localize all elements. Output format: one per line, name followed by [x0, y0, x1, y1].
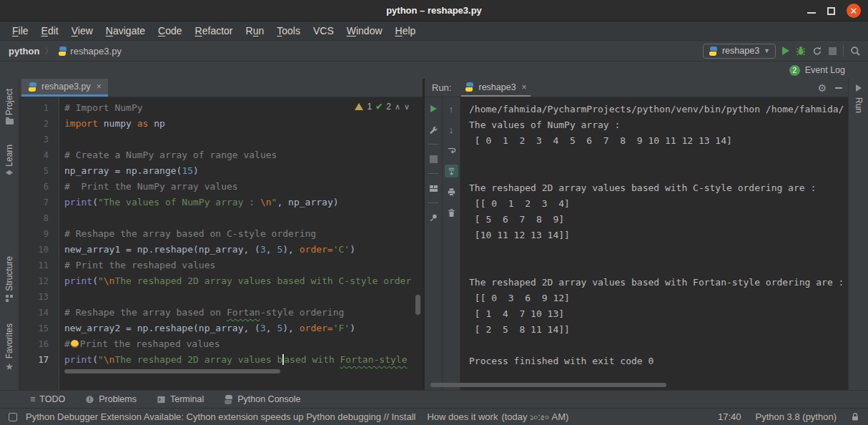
code-line[interactable]: # Print the NumPy array values — [64, 179, 423, 195]
hide-panel-icon[interactable] — [835, 87, 842, 89]
up-stacktrace-icon[interactable]: ↑ — [445, 102, 458, 115]
sidebar-item-favorites[interactable]: Favorites ★ — [0, 323, 19, 371]
code-line[interactable]: import numpy as np — [64, 116, 423, 132]
menu-item-vcs[interactable]: VCS — [307, 25, 340, 36]
status-message[interactable]: Python Debugger Extension Available: Cyt… — [26, 411, 415, 422]
editor-tab-label: reshape3.py — [41, 82, 91, 92]
menu-bar: FileEditViewNavigateCodeRefactorRunTools… — [0, 21, 868, 41]
code-line[interactable]: print("\nThe reshaped 2D array values ba… — [64, 273, 423, 289]
stop-button[interactable] — [829, 47, 837, 55]
toolwindow-quick-access-icon[interactable] — [9, 413, 17, 421]
run-toolbar-console: ↑ ↓ — [443, 97, 460, 390]
restore-layout-icon[interactable] — [427, 182, 440, 195]
status-clock: 17:40 — [718, 411, 741, 422]
prev-problem-icon[interactable]: ∧ — [395, 102, 400, 112]
close-button[interactable]: ✕ — [847, 4, 861, 18]
toolwindow-todo[interactable]: ≡ TODO — [30, 394, 65, 404]
run-toolbar-primary — [425, 97, 443, 390]
rerun-button[interactable] — [427, 102, 440, 115]
inspection-widget[interactable]: 1 ✔ 2 ∧ ∨ — [355, 102, 410, 112]
editor-horizontal-scrollbar[interactable] — [64, 369, 280, 373]
status-timestamp: (today ১০:৫০ AM) — [501, 411, 568, 423]
code-line[interactable] — [64, 289, 423, 305]
sidebar-item-learn[interactable]: Learn — [0, 145, 19, 177]
menu-item-window[interactable]: Window — [340, 25, 389, 36]
minimize-button[interactable] — [807, 12, 816, 14]
breadcrumb-file[interactable]: reshape3.py — [70, 46, 122, 57]
pin-icon[interactable] — [427, 211, 440, 224]
menu-item-code[interactable]: Code — [152, 25, 188, 36]
event-log-badge[interactable]: 2 — [789, 65, 800, 76]
interpreter-selector[interactable]: Python 3.8 (python) — [756, 411, 837, 422]
search-everywhere-icon[interactable] — [850, 46, 861, 57]
console-line: [ 2 5 8 11 14]] — [469, 322, 847, 338]
toolwindow-problems[interactable]: Problems — [85, 394, 137, 404]
menu-item-navigate[interactable]: Navigate — [99, 25, 152, 36]
code-line[interactable] — [64, 132, 423, 147]
window-title: python – reshape3.py — [386, 5, 482, 16]
line-number: 17 — [19, 352, 59, 368]
code-line[interactable]: # Reshape the array based on Fortan-styl… — [64, 305, 423, 321]
status-help-link[interactable]: How does it work — [427, 411, 498, 422]
toolwindow-python-console[interactable]: Python Console — [224, 394, 300, 404]
editor-body: 1 ✔ 2 ∧ ∨ 1234567891011121314151617 # Im… — [19, 97, 423, 390]
soft-wrap-icon[interactable] — [445, 144, 458, 157]
intention-bulb-icon[interactable] — [71, 340, 79, 348]
tab-close-icon[interactable]: × — [522, 82, 527, 92]
todo-list-icon: ≡ — [30, 394, 35, 404]
settings-wrench-icon[interactable] — [427, 123, 440, 136]
code-line[interactable]: print("\nThe reshaped 2D array values ba… — [64, 352, 423, 368]
code-line[interactable]: new_array2 = np.reshape(np_array, (3, 5)… — [64, 321, 423, 336]
editor-tab-reshape3[interactable]: reshape3.py × — [21, 79, 108, 97]
code-line[interactable] — [64, 210, 423, 226]
python-icon — [465, 82, 474, 92]
sidebar-item-project[interactable]: Project — [0, 89, 19, 124]
menu-item-refactor[interactable]: Refactor — [189, 25, 240, 36]
menu-item-file[interactable]: File — [6, 25, 35, 36]
stop-button[interactable] — [427, 152, 440, 165]
console-line: The reshaped 2D array values based with … — [469, 180, 847, 196]
menu-item-edit[interactable]: Edit — [35, 25, 65, 36]
chevron-down-icon: ▼ — [764, 47, 770, 54]
down-stacktrace-icon[interactable]: ↓ — [445, 123, 458, 136]
run-toolwindow: Run: reshape3 × ⚙ — [425, 79, 848, 390]
code-line[interactable]: print("The values of NumPy array : \n", … — [64, 195, 423, 210]
print-icon[interactable] — [445, 185, 458, 198]
run-tab-reshape3[interactable]: reshape3 × — [461, 79, 530, 97]
sidebar-item-structure[interactable]: Structure — [0, 256, 19, 302]
console-output[interactable]: /home/fahmida/PycharmProjects/python/ven… — [460, 97, 848, 390]
event-log-label[interactable]: Event Log — [805, 65, 845, 75]
code-line[interactable]: # Reshape the array based on C-style ord… — [64, 226, 423, 242]
scroll-to-end-icon[interactable] — [445, 165, 458, 177]
main-toolbar: python 〉 reshape3.py reshape3 ▼ — [0, 41, 868, 62]
breadcrumb-separator-icon: 〉 — [44, 45, 53, 57]
maximize-button[interactable] — [827, 7, 835, 15]
clear-all-trash-icon[interactable] — [445, 206, 458, 219]
editor-vertical-scrollbar[interactable] — [415, 295, 420, 315]
menu-item-tools[interactable]: Tools — [270, 25, 307, 36]
code-line[interactable]: new_array1 = np.reshape(np_array, (3, 5)… — [64, 242, 423, 258]
gear-icon[interactable]: ⚙ — [817, 82, 827, 94]
line-number: 14 — [19, 305, 59, 321]
breadcrumb-project[interactable]: python — [9, 46, 39, 57]
run-button[interactable] — [782, 47, 789, 55]
menu-item-run[interactable]: Run — [240, 25, 271, 36]
window-controls: ✕ — [807, 0, 861, 21]
code-line[interactable]: # Create a NumPy array of range values — [64, 147, 423, 163]
code-line[interactable]: np_array = np.arange(15) — [64, 163, 423, 179]
editor-code[interactable]: # Import NumPyimport numpy as np# Create… — [59, 97, 423, 390]
menu-item-view[interactable]: View — [65, 25, 99, 36]
toolwindow-terminal[interactable]: Terminal — [157, 394, 204, 404]
run-configuration-select[interactable]: reshape3 ▼ — [703, 44, 776, 59]
run-with-coverage-button[interactable] — [812, 46, 822, 56]
code-line[interactable]: # Print the reshaped values — [64, 258, 423, 273]
sidebar-item-run[interactable]: Run — [854, 97, 864, 113]
console-horizontal-scrollbar[interactable] — [430, 383, 666, 387]
code-line[interactable]: #Print the reshaped values — [64, 336, 423, 352]
menu-item-help[interactable]: Help — [389, 25, 423, 36]
tab-close-icon[interactable]: × — [97, 82, 102, 92]
problems-icon — [85, 395, 94, 404]
line-number: 3 — [19, 132, 59, 147]
debug-button[interactable] — [796, 46, 806, 56]
next-problem-icon[interactable]: ∨ — [404, 102, 410, 112]
